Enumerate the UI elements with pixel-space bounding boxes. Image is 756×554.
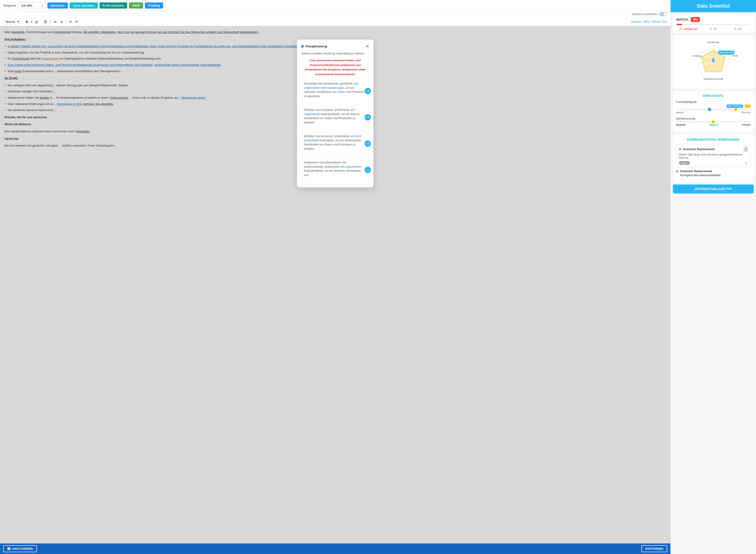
modal-dot-icon [301, 45, 304, 48]
radar-section: Du Beziehung Einfluss Risikobereitschaft… [673, 35, 754, 89]
grade-a: A - gut [726, 27, 750, 30]
kommunikation-section: KOMMUNIKATION VERBESSERN Grammar Replace… [673, 134, 754, 182]
gender-dot [712, 120, 715, 123]
match-bar-fill [677, 24, 682, 25]
badge-plus-1: +6 [365, 88, 371, 94]
info-label: INFORMATION ZUM TYP [695, 187, 732, 191]
analyse-button[interactable]: 🔄 ANALYSIEREN [3, 545, 37, 552]
komm-item1-footer: Equal 🗑 [679, 161, 748, 165]
komm-item1-title-row: Grammar Replacement [679, 148, 715, 151]
genre-select-wrapper[interactable]: Job offer ▼ [19, 2, 46, 9]
gender-row: Genderscoring Maskulin Neutral Feminin [676, 117, 751, 126]
match-badge: 8% [691, 17, 700, 22]
label-informell: informell [741, 111, 751, 114]
match-row: MATCH: 8% [677, 17, 750, 22]
profiling-button[interactable]: Profiling [145, 2, 163, 8]
indent-left-button[interactable]: ⇤ [53, 19, 58, 24]
info-section[interactable]: INFORMATION ZUM TYP [673, 184, 754, 193]
paraphrasing-modal: Paraphrasing ✕ Achieve a better impact b… [297, 40, 373, 187]
style-select[interactable]: Normal [3, 19, 20, 24]
label-formell: formell [676, 111, 684, 114]
komm-title: KOMMUNIKATION VERBESSERN [676, 138, 751, 142]
grade-c: C - weniger gut [677, 27, 701, 30]
komm-item2-title: Grammar Replacement [680, 169, 712, 173]
label-feminin: Feminin [742, 123, 751, 126]
match-bar [677, 24, 750, 25]
assistant-toggle[interactable] [659, 12, 667, 16]
label-neutral: Neutral [709, 123, 718, 126]
komm-item-2: Grammar Replacement Korrigiere den Gramm… [676, 169, 751, 177]
remove-button[interactable]: ENTFERNEN [641, 545, 667, 552]
badge-plus-4: +1 [365, 167, 371, 173]
formalitaet-track[interactable] [676, 109, 751, 110]
divider1 [22, 20, 23, 24]
komm-dot-1 [679, 148, 681, 150]
paraphrase-option-4[interactable]: Analysieren und interpretieren Sie anspr… [301, 158, 369, 182]
opt1-text: Erforschen Sie komplizierte, geordnete u… [304, 82, 365, 98]
toggle-label: Assistent ausblenden [632, 13, 657, 16]
undo-button[interactable]: ↩ [68, 19, 73, 24]
paraphrase-text-3: Ermitteln Sie komplexe, strukturierte un… [304, 134, 366, 151]
komm-item1-close-button[interactable]: ✕ [744, 147, 748, 152]
trash-icon-1[interactable]: 🗑 [745, 161, 748, 165]
komm-item1-desc: Dieser Satz fängt nicht mit einem großge… [679, 153, 748, 159]
underline-button[interactable]: U [35, 19, 39, 24]
sprachstil-title: SPRACHSTIL [676, 94, 751, 98]
modal-title: Paraphrasing [305, 44, 327, 49]
modal-close-button[interactable]: ✕ [365, 44, 369, 49]
genre-select[interactable]: Job offer [19, 2, 46, 9]
svg-text:Risikobereitschaft: Risikobereitschaft [704, 77, 723, 80]
komm-item2-desc: Korrigiere den Grammatikfehler. [676, 174, 751, 177]
italic-button[interactable]: I [30, 19, 33, 24]
badge-plus-2: +5 [365, 114, 371, 120]
save-button[interactable]: Speichern [47, 2, 68, 8]
formalitaet-badges: Data Scientist Du [676, 105, 751, 108]
switch-profile-button[interactable]: Profil wechseln [100, 2, 127, 8]
komm-item1-header: Grammar Replacement ✕ [679, 147, 748, 152]
unordered-list-button[interactable]: ⁝ [49, 19, 52, 24]
komm-item1-title: Grammar Replacement [683, 148, 715, 151]
komm-badge-equal: Equal [679, 161, 690, 165]
label-maskulin: Maskulin [676, 123, 686, 126]
manage-texts-button[interactable]: Texte verwalten [70, 2, 98, 8]
json-button[interactable]: JSON [129, 2, 143, 8]
badge-plus-3: +3 [365, 141, 371, 147]
komm-item2-header: Grammar Replacement [676, 169, 751, 173]
paraphrase-text-4: Analysieren und interpretieren Sie anspr… [304, 161, 366, 177]
svg-text:Data Scientist: Data Scientist [719, 51, 734, 54]
paraphrase-option-3[interactable]: Ermitteln Sie komplexe, strukturierte un… [301, 132, 369, 156]
modal-subtitle: Achieve a better impact by rephrasing as… [301, 51, 369, 56]
svg-text:Du: Du [712, 60, 715, 62]
analyse-label: ANALYSIEREN [12, 547, 33, 550]
paraphrase-option-2[interactable]: Erfassen Sie komplexe, strukturierte und… [301, 105, 369, 129]
gender-labels: Maskulin Neutral Feminin [676, 123, 751, 126]
format-bar: Normal B I U ☰ ⁝ ⇤ ⇥ ↩ ↪ Zeichen: 3963 /… [0, 17, 671, 26]
editor-area[interactable]: über Standorte, Fachrichtungen und Karri… [0, 26, 671, 544]
formalitaet-dot-du [734, 108, 737, 111]
toggle-row: Assistent ausblenden [0, 11, 671, 17]
paraphrase-text-2: Erfassen Sie komplexe, strukturierte und… [304, 108, 366, 125]
right-header: Data Scientist [671, 0, 756, 12]
analyse-icon: 🔄 [7, 547, 11, 550]
ordered-list-button[interactable]: ☰ [43, 19, 48, 24]
panel-title: Data Scientist [697, 3, 730, 9]
genre-label: Textgenre [3, 4, 16, 7]
paraphrase-option-1[interactable]: Erforschen Sie komplizierte, geordnete u… [301, 79, 369, 103]
modal-header: Paraphrasing ✕ [301, 44, 369, 49]
komm-item-1: Grammar Replacement ✕ Dieser Satz fängt … [676, 144, 751, 167]
sprachstil-section: SPRACHSTIL Formalitätsgrad Data Scientis… [673, 91, 754, 132]
divider3 [66, 20, 66, 24]
bold-button[interactable]: B [25, 19, 29, 24]
redo-button[interactable]: ↪ [74, 19, 79, 24]
modal-original-text: Zum Zweck eines besseren Daten- und Proz… [301, 58, 369, 77]
bottom-bar: 🔄 ANALYSIEREN ENTFERNEN [0, 544, 671, 554]
gender-track[interactable] [676, 121, 751, 122]
indent-right-button[interactable]: ⇥ [59, 19, 64, 24]
gender-label: Genderscoring [676, 117, 751, 120]
komm-dot-2 [676, 170, 678, 172]
toolbar: Textgenre Job offer ▼ Speichern Texte ve… [0, 0, 671, 11]
paraphrase-text-1: Erforschen Sie komplizierte, geordnete u… [304, 81, 366, 99]
badge-du: Du [745, 105, 751, 108]
formalitaet-label: Formalitätsgrad [676, 100, 751, 104]
match-grades: C - weniger gut B - Ok A - gut [677, 27, 750, 30]
